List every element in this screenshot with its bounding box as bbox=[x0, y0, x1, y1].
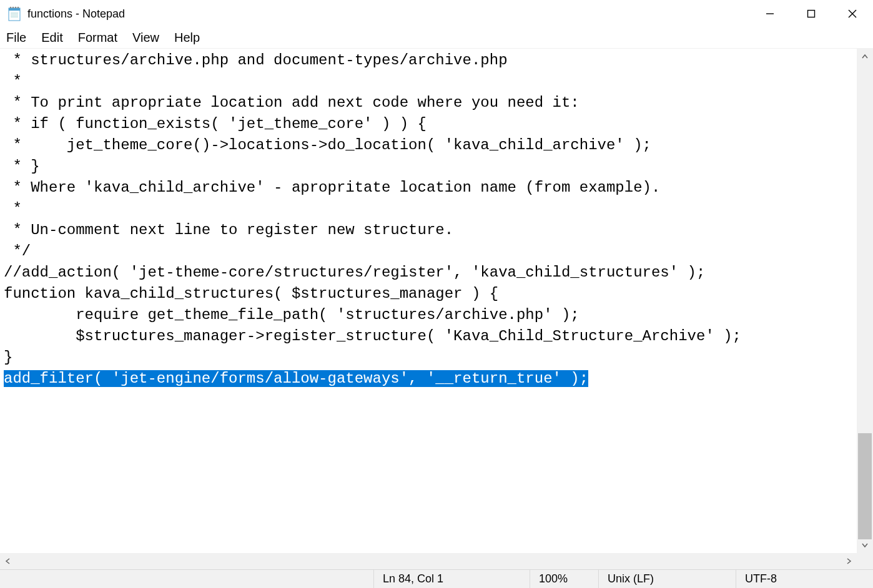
editor-line: function kava_child_structures( $structu… bbox=[4, 283, 857, 305]
editor-line: //add_action( 'jet-theme-core/structures… bbox=[4, 262, 857, 283]
editor-line: $structures_manager->register_structure(… bbox=[4, 326, 857, 347]
svg-point-5 bbox=[10, 7, 12, 9]
editor-wrap: * structures/archive.php and document-ty… bbox=[0, 49, 873, 553]
status-panel-empty bbox=[0, 570, 373, 588]
window-title: functions - Notepad bbox=[27, 7, 125, 21]
menu-file[interactable]: File bbox=[6, 31, 26, 45]
editor-line: * jet_theme_core()->locations->do_locati… bbox=[4, 135, 857, 156]
window-controls bbox=[749, 0, 873, 27]
scroll-down-arrow-icon[interactable] bbox=[857, 537, 873, 553]
svg-point-6 bbox=[12, 7, 14, 9]
notepad-window: functions - Notepad File Edit Format Vie… bbox=[0, 0, 873, 588]
scroll-up-arrow-icon[interactable] bbox=[857, 49, 873, 65]
vertical-scroll-track[interactable] bbox=[857, 65, 873, 537]
menubar: File Edit Format View Help bbox=[0, 27, 873, 49]
vertical-scrollbar[interactable] bbox=[857, 49, 873, 553]
editor-line: * if ( function_exists( 'jet_theme_core'… bbox=[4, 114, 857, 135]
editor-line: * } bbox=[4, 156, 857, 177]
status-encoding: UTF-8 bbox=[736, 570, 873, 588]
editor-line: } bbox=[4, 347, 857, 368]
scroll-right-arrow-icon[interactable] bbox=[841, 553, 857, 569]
status-cursor-position: Ln 84, Col 1 bbox=[373, 570, 530, 588]
close-button[interactable] bbox=[832, 0, 873, 27]
menu-format[interactable]: Format bbox=[78, 31, 117, 45]
scroll-left-arrow-icon[interactable] bbox=[0, 553, 16, 569]
vertical-scroll-thumb[interactable] bbox=[858, 433, 872, 539]
horizontal-scrollbar[interactable] bbox=[0, 553, 873, 569]
status-zoom: 100% bbox=[530, 570, 598, 588]
scrollbar-corner bbox=[857, 553, 873, 569]
menu-help[interactable]: Help bbox=[174, 31, 200, 45]
minimize-button[interactable] bbox=[749, 0, 791, 27]
maximize-button[interactable] bbox=[791, 0, 832, 27]
editor-line: * bbox=[4, 71, 857, 92]
editor-line: * structures/archive.php and document-ty… bbox=[4, 50, 857, 71]
menu-view[interactable]: View bbox=[132, 31, 159, 45]
statusbar: Ln 84, Col 1 100% Unix (LF) UTF-8 bbox=[0, 569, 873, 588]
text-editor[interactable]: * structures/archive.php and document-ty… bbox=[0, 49, 857, 553]
svg-rect-1 bbox=[9, 8, 20, 11]
editor-line: * Un-comment next line to register new s… bbox=[4, 220, 857, 241]
editor-line: * bbox=[4, 198, 857, 220]
status-line-ending: Unix (LF) bbox=[598, 570, 736, 588]
menu-edit[interactable]: Edit bbox=[41, 31, 62, 45]
editor-line: * Where 'kava_child_archive' - aproprita… bbox=[4, 177, 857, 198]
svg-point-7 bbox=[15, 7, 17, 9]
notepad-app-icon bbox=[6, 6, 22, 22]
svg-point-8 bbox=[17, 7, 19, 9]
editor-line: * To print apropriate location add next … bbox=[4, 92, 857, 114]
svg-rect-10 bbox=[808, 11, 815, 17]
selected-text: add_filter( 'jet-engine/forms/allow-gate… bbox=[4, 370, 588, 387]
editor-line: add_filter( 'jet-engine/forms/allow-gate… bbox=[4, 368, 857, 390]
editor-line: require get_theme_file_path( 'structures… bbox=[4, 305, 857, 326]
titlebar: functions - Notepad bbox=[0, 0, 873, 27]
editor-line: */ bbox=[4, 241, 857, 262]
